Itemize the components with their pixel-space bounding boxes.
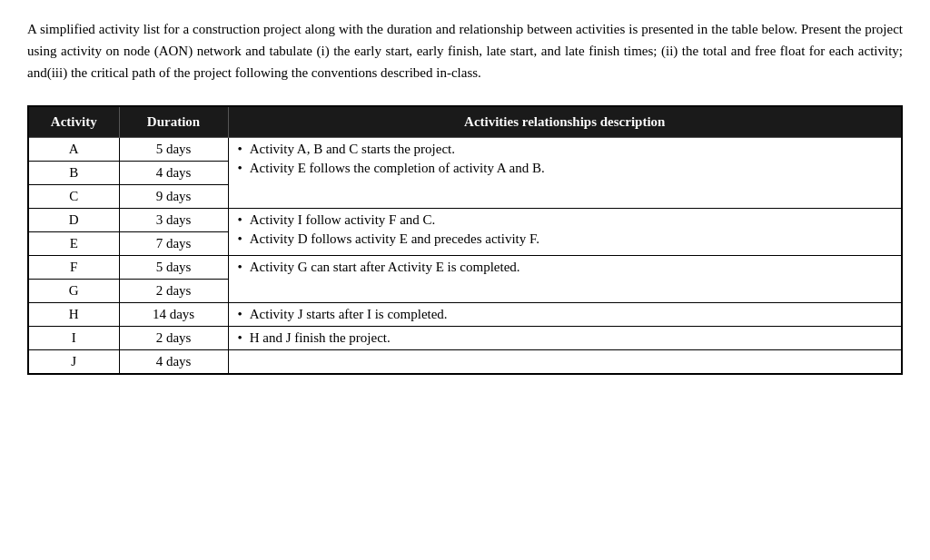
activity-cell: D [28,209,119,232]
header-activity: Activity [28,106,119,138]
table-container: Activity Duration Activities relationshi… [27,105,903,375]
relationships-cell-2: • Activity I follow activity F and C. • … [228,209,902,256]
activities-table: Activity Duration Activities relationshi… [27,105,903,375]
activity-cell: B [28,162,119,185]
duration-cell: 4 days [119,162,228,185]
table-row: F 5 days • Activity G can start after Ac… [28,256,902,280]
activity-cell: H [28,303,119,327]
relationships-cell-5: • H and J finish the project. [228,327,902,350]
relationships-cell-3: • Activity G can start after Activity E … [228,256,902,303]
relationships-cell-4: • Activity J starts after I is completed… [228,303,902,327]
table-row: A 5 days • Activity A, B and C starts th… [28,138,902,162]
activity-cell: F [28,256,119,280]
header-duration: Duration [119,106,228,138]
duration-cell: 9 days [119,185,228,209]
table-header-row: Activity Duration Activities relationshi… [28,106,902,138]
activity-cell: C [28,185,119,209]
duration-cell: 5 days [119,138,228,162]
relationships-cell-6 [228,350,902,375]
duration-cell: 2 days [119,280,228,303]
activity-cell: J [28,350,119,375]
duration-cell: 5 days [119,256,228,280]
duration-cell: 14 days [119,303,228,327]
duration-cell: 7 days [119,232,228,256]
activity-cell: E [28,232,119,256]
relationships-cell-1: • Activity A, B and C starts the project… [228,138,902,209]
header-relationships: Activities relationships description [228,106,902,138]
duration-cell: 4 days [119,350,228,375]
table-row: H 14 days • Activity J starts after I is… [28,303,902,327]
intro-paragraph: A simplified activity list for a constru… [27,18,903,84]
activity-cell: G [28,280,119,303]
table-row: J 4 days [28,350,902,375]
activity-cell: I [28,327,119,350]
activity-cell: A [28,138,119,162]
table-row: I 2 days • H and J finish the project. [28,327,902,350]
table-row: D 3 days • Activity I follow activity F … [28,209,902,232]
duration-cell: 2 days [119,327,228,350]
duration-cell: 3 days [119,209,228,232]
